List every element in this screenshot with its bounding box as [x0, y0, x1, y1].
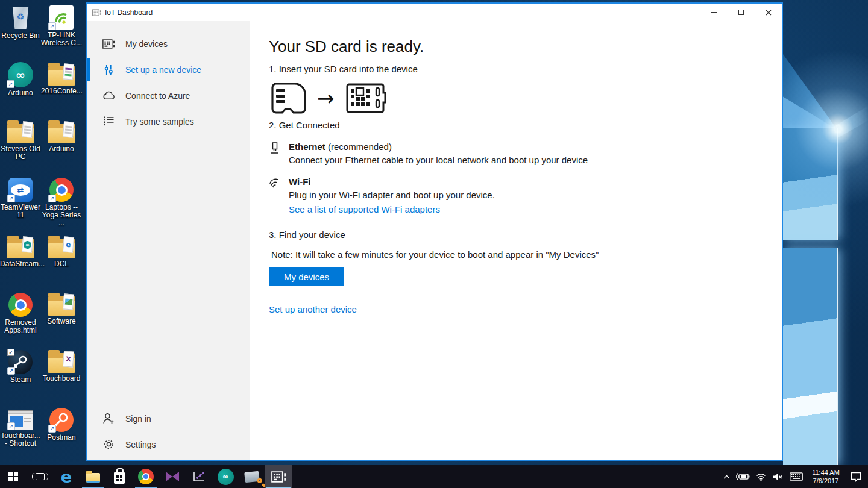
edge-icon: e: [61, 469, 72, 485]
tray-volume-muted[interactable]: [769, 465, 786, 488]
desktop-icon-label: Laptops -- Yoga Series ...: [41, 204, 82, 227]
ethernet-title: Ethernet: [289, 142, 326, 152]
battery-charging-icon: [736, 472, 750, 481]
arduino-icon: ∞: [218, 469, 234, 485]
wifi-utility-icon: ↗: [49, 5, 74, 30]
desktop-screen: ♻ Recycle Bin ↗ TP-LINK Wireless C... ∞↗…: [0, 0, 868, 488]
desktop-icon-steam[interactable]: ✓ ↗ Steam: [0, 349, 41, 384]
step2-text: 2. Get Connected: [269, 120, 758, 130]
desktop-icon-stevens-old-pc[interactable]: Stevens Old PC: [0, 120, 41, 161]
tray-clock[interactable]: 11:44 AM7/6/2017: [807, 465, 845, 488]
desktop-icon-software[interactable]: Software: [41, 292, 82, 325]
arduino-badge-icon: ∞: [22, 236, 33, 252]
sidebar-item-try-samples[interactable]: Try some samples: [87, 108, 250, 134]
system-tray: 11:44 AM7/6/2017: [719, 465, 867, 488]
setup-pins-icon: [102, 64, 115, 75]
start-button[interactable]: [0, 465, 27, 488]
sidebar-bottom: Sign in Settings: [87, 405, 250, 460]
folder-icon: X: [48, 353, 75, 373]
folder-icon: ∞: [7, 239, 34, 258]
tray-touch-keyboard[interactable]: [786, 465, 807, 488]
desktop-icon-arduino-app[interactable]: ∞↗ Arduino: [0, 62, 41, 97]
minimize-icon: [711, 12, 717, 13]
scatter-chart-icon: [192, 471, 206, 483]
task-view-button[interactable]: [27, 465, 53, 488]
my-devices-button[interactable]: My devices: [269, 267, 344, 286]
desktop-icon-recycle-bin[interactable]: ♻ Recycle Bin: [0, 5, 41, 40]
window-titlebar[interactable]: IoT Dashboard: [87, 4, 782, 21]
taskbar-device-setup-tool[interactable]: [239, 465, 265, 488]
desktop-icon-label: Recycle Bin: [0, 32, 41, 40]
chrome-icon: [138, 469, 154, 484]
taskbar-visual-studio[interactable]: [159, 465, 186, 488]
app-icon: [92, 9, 101, 16]
desktop-icon-label: 2016Confe...: [41, 87, 82, 95]
sidebar-item-label: Settings: [125, 440, 156, 449]
desktop-icon-removed-apps[interactable]: Removed Apps.html: [0, 292, 41, 334]
selection-checkbox[interactable]: ✓: [7, 349, 14, 356]
desktop-icon-teamviewer[interactable]: ⇄↗ TeamViewer 11: [0, 177, 41, 219]
taskbar-file-explorer[interactable]: [80, 465, 106, 488]
clock-date: 7/6/2017: [812, 477, 840, 485]
document-page-icon: [63, 121, 74, 137]
sd-to-device-illustration: →: [269, 81, 758, 115]
desktop-icon-datastream[interactable]: ∞ DataStream...: [0, 235, 41, 268]
sidebar-item-settings[interactable]: Settings: [87, 431, 250, 457]
desktop-icon-label: Touchboar... - Shortcut: [0, 432, 41, 448]
visual-studio-badge-icon: X: [63, 351, 74, 367]
chrome-icon: [8, 293, 33, 317]
file-explorer-icon: [86, 473, 100, 483]
desktop-icon-label: Software: [41, 318, 82, 325]
desktop-icon-laptops-yoga[interactable]: ↗ Laptops -- Yoga Series ...: [41, 177, 82, 227]
taskbar-edge[interactable]: e: [53, 465, 80, 488]
ethernet-option: Ethernet (recommended) Connect your Ethe…: [269, 142, 758, 165]
devices-board-icon: [102, 39, 115, 49]
desktop-icon-touchboard-shortcut[interactable]: ↗ Touchboar... - Shortcut: [0, 407, 41, 448]
tray-battery[interactable]: [734, 465, 752, 488]
desktop-icon-arduino-folder[interactable]: Arduino: [41, 120, 82, 153]
chrome-icon: ↗: [49, 178, 74, 202]
edge-document-icon: e: [63, 236, 74, 252]
teamviewer-icon: ⇄↗: [8, 178, 33, 202]
sidebar-item-sign-in[interactable]: Sign in: [87, 405, 250, 431]
wallpaper-windows-logo: [783, 0, 868, 465]
sidebar-item-label: Connect to Azure: [125, 91, 190, 101]
close-button[interactable]: [755, 4, 782, 21]
shortcut-arrow-icon: ↗: [7, 367, 15, 375]
wifi-title: Wi-Fi: [289, 177, 311, 187]
wallpaper-corner-glow: [783, 0, 868, 465]
desktop-icon-postman[interactable]: ↗ Postman: [41, 407, 82, 442]
sidebar-item-connect-to-azure[interactable]: Connect to Azure: [87, 83, 250, 108]
sidebar-item-setup-new-device[interactable]: Set up a new device: [87, 57, 250, 83]
person-add-icon: [102, 413, 115, 424]
maximize-button[interactable]: [728, 4, 755, 21]
shortcut-arrow-icon: ↗: [7, 195, 15, 202]
wifi-adapters-link[interactable]: See a list of supported Wi-Fi adapters: [289, 204, 495, 214]
shortcut-arrow-icon: ↗: [7, 422, 15, 430]
sidebar-item-my-devices[interactable]: My devices: [87, 31, 250, 57]
minimize-button[interactable]: [700, 4, 728, 21]
wifi-icon: [269, 177, 281, 187]
desktop-icon-label: TeamViewer 11: [0, 204, 41, 219]
sd-card-icon: [269, 81, 307, 115]
desktop-icon-dcl[interactable]: e DCL: [41, 235, 82, 268]
sidebar-item-label: Sign in: [125, 414, 151, 424]
desktop-icon-label: Touchboard: [41, 375, 82, 383]
desktop-icon-2016conference[interactable]: 2016Confe...: [41, 62, 82, 95]
taskbar-iot-dashboard[interactable]: [265, 465, 292, 488]
desktop-icon-tplink[interactable]: ↗ TP-LINK Wireless C...: [41, 5, 82, 47]
taskbar-data-chart-app[interactable]: [186, 465, 212, 488]
wifi-option: Wi-Fi Plug in your Wi-Fi adapter and boo…: [269, 177, 758, 214]
close-icon: [766, 10, 772, 16]
chevron-up-icon: [723, 475, 730, 479]
tray-action-center[interactable]: [845, 465, 867, 488]
desktop-icon-touchboard-folder[interactable]: X Touchboard: [41, 349, 82, 383]
windows-logo-icon: [8, 472, 18, 481]
taskbar-arduino[interactable]: ∞: [212, 465, 239, 488]
setup-another-device-link[interactable]: Set up another device: [269, 304, 758, 314]
taskbar-chrome[interactable]: [133, 465, 159, 488]
taskbar-store[interactable]: [106, 465, 133, 488]
folder-icon: [48, 124, 75, 143]
tray-show-hidden-icons[interactable]: [719, 465, 734, 488]
tray-wifi[interactable]: [752, 465, 769, 488]
